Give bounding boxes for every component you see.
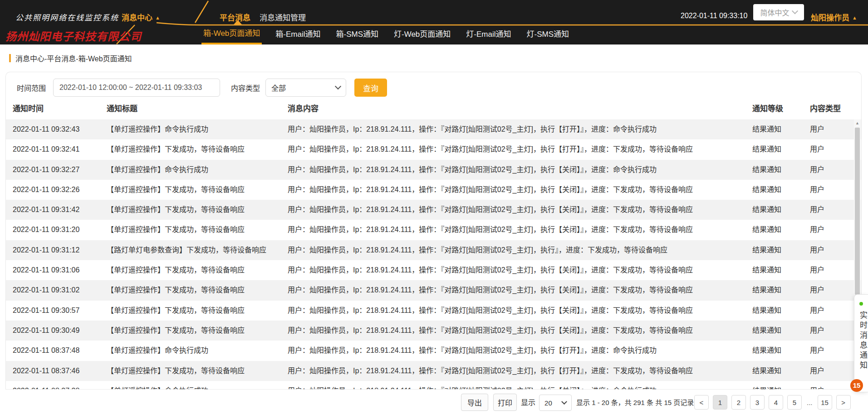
table-row[interactable]: 2022-01-11 08:37:48【单灯遥控操作】命令执行成功用户：灿阳操作… <box>6 341 861 361</box>
table-row[interactable]: 2022-01-11 08:37:46【单灯遥控操作】下发成功，等待设备响应用户… <box>6 361 861 381</box>
cell-c2: 【单灯遥控操作】下发成功，等待设备响应 <box>107 139 245 159</box>
cell-c5: 用户 <box>810 240 824 260</box>
cell-c1: 2022-01-11 09:32:41 <box>13 139 79 159</box>
pagination-bar: 导出 打印 显示 20 显示 1 - 20 条，共 291 条 共 15 页记录… <box>5 389 862 415</box>
time-range-input[interactable]: 2022-01-10 12:00:00 ~ 2022-01-11 09:33:0… <box>53 79 220 97</box>
cell-c1: 2022-01-11 09:31:06 <box>13 260 79 280</box>
col-header-type: 内容类型 <box>810 98 841 119</box>
pager-page-15[interactable]: 15 <box>818 395 832 410</box>
cell-c4: 结果通知 <box>752 240 781 260</box>
cell-c2: 【单灯遥控操作】下发成功，等待设备响应 <box>107 361 245 381</box>
table-row[interactable]: 2022-01-11 08:37:38【单灯遥控操作】命令执行成功用户：灿阳操作… <box>6 381 861 390</box>
sub-tab-灯-Web页面通知[interactable]: 灯-Web页面通知 <box>392 24 452 44</box>
cell-c3: 用户：灿阳操作员，Ip：218.91.24.111，操作：『对路灯[灿阳测试02… <box>288 240 667 260</box>
pager-page-4[interactable]: 4 <box>769 395 783 410</box>
cell-c4: 结果通知 <box>752 260 781 280</box>
top-tab-平台消息[interactable]: 平台消息 <box>220 11 250 23</box>
cell-c3: 用户：灿阳操作员，Ip：218.91.24.111，操作：『对路灯[灿阳测试02… <box>288 381 657 390</box>
cell-c4: 结果通知 <box>752 180 781 200</box>
pager-page-2[interactable]: 2 <box>731 395 746 410</box>
language-select[interactable]: 简体中文 <box>753 4 804 20</box>
pager-page-1[interactable]: 1 <box>713 395 727 410</box>
col-header-level: 通知等级 <box>752 98 783 119</box>
cell-c5: 用户 <box>810 361 824 381</box>
cell-c2: 【单灯遥控操作】下发成功，等待设备响应 <box>107 220 245 240</box>
cell-c5: 用户 <box>810 220 824 240</box>
system-title: 公共照明网络在线监控系统 <box>15 11 119 23</box>
breadcrumb-accent-bar <box>9 54 11 62</box>
cell-c1: 2022-01-11 09:32:27 <box>13 160 79 180</box>
sub-tab-箱-SMS通知[interactable]: 箱-SMS通知 <box>334 24 380 44</box>
pager: <12345...15> <box>694 395 851 410</box>
cell-c4: 结果通知 <box>752 361 781 381</box>
cell-c1: 2022-01-11 09:31:02 <box>13 280 79 300</box>
table-header: 通知时间 通知标题 消息内容 通知等级 内容类型 <box>6 98 861 119</box>
table-row[interactable]: 2022-01-11 09:30:57【单灯遥控操作】下发成功，等待设备响应用户… <box>6 301 861 321</box>
sub-tab-灯-Email通知[interactable]: 灯-Email通知 <box>464 24 513 44</box>
cell-c4: 结果通知 <box>752 321 781 341</box>
scrollbar-thumb[interactable] <box>855 128 860 295</box>
top-tab-消息通知管理[interactable]: 消息通知管理 <box>260 11 306 23</box>
cell-c4: 结果通知 <box>752 280 781 300</box>
print-button[interactable]: 打印 <box>493 394 517 411</box>
top-tabs: 平台消息消息通知管理 <box>220 11 306 23</box>
cell-c3: 用户：灿阳操作员，Ip：218.91.24.111，操作：『对路灯[灿阳测试02… <box>288 200 693 220</box>
table-row[interactable]: 2022-01-11 09:31:12【路灯单灯电参数查询】下发成功，等待设备响… <box>6 240 861 260</box>
cell-c3: 用户：灿阳操作员，Ip：218.91.24.111，操作：『对路灯[灿阳测试02… <box>288 119 657 139</box>
pager-ellipsis: ... <box>806 399 814 406</box>
table-body: 2022-01-11 09:32:43【单灯遥控操作】命令执行成功用户：灿阳操作… <box>6 119 861 390</box>
sub-tab-箱-Email通知[interactable]: 箱-Email通知 <box>274 24 322 44</box>
cell-c2: 【单灯遥控操作】命令执行成功 <box>107 160 208 180</box>
query-button[interactable]: 查询 <box>354 79 387 97</box>
table-row[interactable]: 2022-01-11 09:32:27【单灯遥控操作】命令执行成功用户：灿阳操作… <box>6 160 861 180</box>
table-row[interactable]: 2022-01-11 09:32:26【单灯遥控操作】下发成功，等待设备响应用户… <box>6 180 861 200</box>
sub-tab-箱-Web页面通知[interactable]: 箱-Web页面通知 <box>201 24 262 44</box>
cell-c5: 用户 <box>810 200 824 220</box>
content-panel: 时间范围 2022-01-10 12:00:00 ~ 2022-01-11 09… <box>5 72 862 415</box>
table-row[interactable]: 2022-01-11 09:31:02【单灯遥控操作】下发成功，等待设备响应用户… <box>6 280 861 300</box>
unread-count-badge: 15 <box>850 379 863 392</box>
scrollbar-up-icon[interactable]: ▲ <box>854 121 861 125</box>
content-type-select[interactable]: 全部 <box>265 79 346 97</box>
chevron-down-icon <box>561 399 567 405</box>
sub-tab-灯-SMS通知[interactable]: 灯-SMS通知 <box>525 24 571 44</box>
cell-c1: 2022-01-11 08:37:48 <box>13 341 79 361</box>
export-button[interactable]: 导出 <box>461 394 488 411</box>
table-row[interactable]: 2022-01-11 09:32:43【单灯遥控操作】命令执行成功用户：灿阳操作… <box>6 119 861 139</box>
cell-c3: 用户：灿阳操作员，Ip：218.91.24.111，操作：『对路灯[灿阳测试02… <box>288 220 693 240</box>
cell-c5: 用户 <box>810 280 824 300</box>
cell-c2: 【单灯遥控操作】下发成功，等待设备响应 <box>107 321 245 341</box>
pager-page-3[interactable]: 3 <box>750 395 765 410</box>
cell-c3: 用户：灿阳操作员，Ip：218.91.24.111，操作：『对路灯[灿阳测试02… <box>288 139 693 159</box>
table-row[interactable]: 2022-01-11 09:31:20【单灯遥控操作】下发成功，等待设备响应用户… <box>6 220 861 240</box>
time-range-label: 时间范围 <box>17 82 46 93</box>
table-row[interactable]: 2022-01-11 09:32:41【单灯遥控操作】下发成功，等待设备响应用户… <box>6 139 861 159</box>
table-row[interactable]: 2022-01-11 09:31:42【单灯遥控操作】下发成功，等待设备响应用户… <box>6 200 861 220</box>
cell-c5: 用户 <box>810 260 824 280</box>
table-row[interactable]: 2022-01-11 09:30:49【单灯遥控操作】下发成功，等待设备响应用户… <box>6 321 861 341</box>
header-datetime: 2022-01-11 09:33:10 <box>681 12 747 20</box>
cell-c4: 结果通知 <box>752 220 781 240</box>
table-row[interactable]: 2022-01-11 09:31:06【单灯遥控操作】下发成功，等待设备响应用户… <box>6 260 861 280</box>
live-message-tab[interactable]: 实时消息通知 15 <box>854 294 868 392</box>
col-header-time: 通知时间 <box>13 98 44 119</box>
cell-c2: 【单灯遥控操作】命令执行成功 <box>107 341 208 361</box>
live-message-label: 实时消息通知 <box>857 311 868 371</box>
cell-c1: 2022-01-11 09:31:20 <box>13 220 79 240</box>
cell-c1: 2022-01-11 08:37:38 <box>13 381 79 390</box>
pager-next-button[interactable]: > <box>836 395 851 410</box>
message-center-menu[interactable]: 消息中心▲ <box>122 11 160 23</box>
page-size-label: 显示 <box>521 390 535 415</box>
cell-c2: 【单灯遥控操作】命令执行成功 <box>107 381 208 390</box>
cell-c4: 结果通知 <box>752 381 781 390</box>
user-menu[interactable]: 灿阳操作员▲ <box>811 11 857 23</box>
cell-c1: 2022-01-11 09:31:12 <box>13 240 79 260</box>
pagination-summary: 显示 1 - 20 条，共 291 条 共 15 页记录 <box>576 390 694 415</box>
page-size-select[interactable]: 20 <box>539 395 572 411</box>
app-root: 公共照明网络在线监控系统 消息中心▲ 平台消息消息通知管理 2022-01-11… <box>0 0 868 415</box>
pager-prev-button[interactable]: < <box>694 395 709 410</box>
pager-page-5[interactable]: 5 <box>787 395 802 410</box>
cell-c5: 用户 <box>810 119 824 139</box>
cell-c1: 2022-01-11 09:30:57 <box>13 301 79 321</box>
cell-c3: 用户：灿阳操作员，Ip：218.91.24.111，操作：『对路灯[灿阳测试02… <box>288 160 657 180</box>
